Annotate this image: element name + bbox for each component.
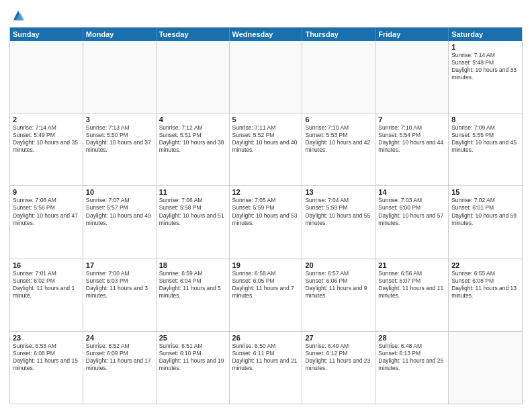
cell-text: Sunrise: 7:11 AM Sunset: 5:52 PM Dayligh… [232,124,300,154]
calendar-row: 9Sunrise: 7:08 AM Sunset: 5:56 PM Daylig… [10,186,522,259]
day-number: 18 [159,261,226,269]
day-number: 17 [86,261,153,269]
calendar-row: 16Sunrise: 7:01 AM Sunset: 6:02 PM Dayli… [10,259,522,332]
calendar-row: 1Sunrise: 7:14 AM Sunset: 5:48 PM Daylig… [10,41,522,113]
cell-text: Sunrise: 7:04 AM Sunset: 5:59 PM Dayligh… [305,197,372,226]
cell-text: Sunrise: 7:10 AM Sunset: 5:53 PM Dayligh… [305,124,372,154]
header-cell-wednesday: Wednesday [230,28,303,41]
day-number: 20 [305,261,372,269]
cell-text: Sunrise: 7:02 AM Sunset: 6:01 PM Dayligh… [451,197,519,226]
cell-text: Sunrise: 6:55 AM Sunset: 6:08 PM Dayligh… [451,270,519,300]
calendar-row: 2Sunrise: 7:14 AM Sunset: 5:49 PM Daylig… [10,113,522,186]
day-number: 22 [451,261,519,269]
day-number: 9 [13,188,80,196]
cell-text: Sunrise: 7:09 AM Sunset: 5:55 PM Dayligh… [451,124,519,154]
cell-text: Sunrise: 7:07 AM Sunset: 5:57 PM Dayligh… [86,197,153,226]
cell-text: Sunrise: 7:05 AM Sunset: 5:59 PM Dayligh… [232,197,300,226]
calendar-cell: 12Sunrise: 7:05 AM Sunset: 5:59 PM Dayli… [230,186,303,258]
calendar-cell: 14Sunrise: 7:03 AM Sunset: 6:00 PM Dayli… [375,186,449,258]
cell-text: Sunrise: 7:14 AM Sunset: 5:49 PM Dayligh… [13,124,80,154]
cell-text: Sunrise: 6:50 AM Sunset: 6:11 PM Dayligh… [232,342,300,372]
calendar-cell [157,41,230,113]
day-number: 19 [232,261,300,269]
cell-text: Sunrise: 7:10 AM Sunset: 5:54 PM Dayligh… [378,124,445,154]
calendar-cell: 16Sunrise: 7:01 AM Sunset: 6:02 PM Dayli… [10,259,83,331]
logo [9,9,26,23]
day-number: 3 [86,116,153,124]
day-number: 16 [13,261,80,269]
calendar-cell [449,332,522,404]
day-number: 4 [159,116,226,124]
cell-text: Sunrise: 7:13 AM Sunset: 5:50 PM Dayligh… [86,124,153,154]
day-number: 14 [378,188,445,196]
day-number: 23 [13,334,80,342]
cell-text: Sunrise: 7:01 AM Sunset: 6:02 PM Dayligh… [13,270,80,300]
cell-text: Sunrise: 6:57 AM Sunset: 6:06 PM Dayligh… [305,270,372,300]
cell-text: Sunrise: 6:51 AM Sunset: 6:10 PM Dayligh… [159,342,226,372]
header-cell-sunday: Sunday [10,28,83,41]
calendar-cell: 24Sunrise: 6:52 AM Sunset: 6:09 PM Dayli… [83,332,157,404]
header-cell-monday: Monday [83,28,157,41]
day-number: 10 [86,188,153,196]
cell-text: Sunrise: 6:59 AM Sunset: 6:04 PM Dayligh… [159,270,226,300]
page: SundayMondayTuesdayWednesdayThursdayFrid… [0,0,532,411]
calendar-cell: 21Sunrise: 6:56 AM Sunset: 6:07 PM Dayli… [375,259,449,331]
calendar-cell: 17Sunrise: 7:00 AM Sunset: 6:03 PM Dayli… [83,259,157,331]
calendar-cell: 1Sunrise: 7:14 AM Sunset: 5:48 PM Daylig… [449,41,522,113]
cell-text: Sunrise: 7:03 AM Sunset: 6:00 PM Dayligh… [378,197,445,226]
calendar-cell: 27Sunrise: 6:49 AM Sunset: 6:12 PM Dayli… [302,332,375,404]
cell-text: Sunrise: 6:58 AM Sunset: 6:05 PM Dayligh… [232,270,300,300]
day-number: 15 [451,188,519,196]
calendar-cell: 20Sunrise: 6:57 AM Sunset: 6:06 PM Dayli… [302,259,375,331]
calendar-cell: 28Sunrise: 6:48 AM Sunset: 6:13 PM Dayli… [375,332,449,404]
calendar-cell: 22Sunrise: 6:55 AM Sunset: 6:08 PM Dayli… [449,259,522,331]
day-number: 28 [378,334,445,342]
calendar-cell: 15Sunrise: 7:02 AM Sunset: 6:01 PM Dayli… [449,186,522,258]
calendar-cell [375,41,449,113]
day-number: 5 [232,116,300,124]
calendar-body: 1Sunrise: 7:14 AM Sunset: 5:48 PM Daylig… [10,41,522,404]
cell-text: Sunrise: 7:00 AM Sunset: 6:03 PM Dayligh… [86,270,153,300]
day-number: 25 [159,334,226,342]
logo-icon [11,8,26,23]
calendar-cell: 8Sunrise: 7:09 AM Sunset: 5:55 PM Daylig… [449,113,522,185]
calendar-header: SundayMondayTuesdayWednesdayThursdayFrid… [10,28,522,41]
calendar-cell [230,41,303,113]
calendar-cell: 23Sunrise: 6:53 AM Sunset: 6:08 PM Dayli… [10,332,83,404]
day-number: 13 [305,188,372,196]
cell-text: Sunrise: 7:08 AM Sunset: 5:56 PM Dayligh… [13,197,80,226]
header-cell-saturday: Saturday [449,28,522,41]
calendar-cell: 13Sunrise: 7:04 AM Sunset: 5:59 PM Dayli… [302,186,375,258]
day-number: 8 [451,116,519,124]
calendar-cell: 4Sunrise: 7:12 AM Sunset: 5:51 PM Daylig… [157,113,230,185]
header-cell-thursday: Thursday [302,28,375,41]
calendar-cell: 5Sunrise: 7:11 AM Sunset: 5:52 PM Daylig… [230,113,303,185]
header [9,7,523,23]
calendar-cell: 10Sunrise: 7:07 AM Sunset: 5:57 PM Dayli… [83,186,157,258]
day-number: 11 [159,188,226,196]
day-number: 12 [232,188,300,196]
cell-text: Sunrise: 6:56 AM Sunset: 6:07 PM Dayligh… [378,270,445,300]
calendar-cell: 7Sunrise: 7:10 AM Sunset: 5:54 PM Daylig… [375,113,449,185]
calendar: SundayMondayTuesdayWednesdayThursdayFrid… [9,27,523,404]
cell-text: Sunrise: 7:06 AM Sunset: 5:58 PM Dayligh… [159,197,226,226]
day-number: 1 [451,43,519,51]
calendar-cell: 26Sunrise: 6:50 AM Sunset: 6:11 PM Dayli… [230,332,303,404]
cell-text: Sunrise: 6:52 AM Sunset: 6:09 PM Dayligh… [86,342,153,372]
day-number: 27 [305,334,372,342]
calendar-cell: 25Sunrise: 6:51 AM Sunset: 6:10 PM Dayli… [157,332,230,404]
calendar-cell: 9Sunrise: 7:08 AM Sunset: 5:56 PM Daylig… [10,186,83,258]
header-cell-friday: Friday [375,28,449,41]
day-number: 2 [13,116,80,124]
cell-text: Sunrise: 7:12 AM Sunset: 5:51 PM Dayligh… [159,124,226,154]
calendar-cell [10,41,83,113]
calendar-row: 23Sunrise: 6:53 AM Sunset: 6:08 PM Dayli… [10,332,522,404]
calendar-cell: 2Sunrise: 7:14 AM Sunset: 5:49 PM Daylig… [10,113,83,185]
calendar-cell [83,41,157,113]
cell-text: Sunrise: 7:14 AM Sunset: 5:48 PM Dayligh… [451,52,519,81]
cell-text: Sunrise: 6:48 AM Sunset: 6:13 PM Dayligh… [378,342,445,372]
calendar-cell: 19Sunrise: 6:58 AM Sunset: 6:05 PM Dayli… [230,259,303,331]
day-number: 6 [305,116,372,124]
calendar-cell [302,41,375,113]
day-number: 7 [378,116,445,124]
